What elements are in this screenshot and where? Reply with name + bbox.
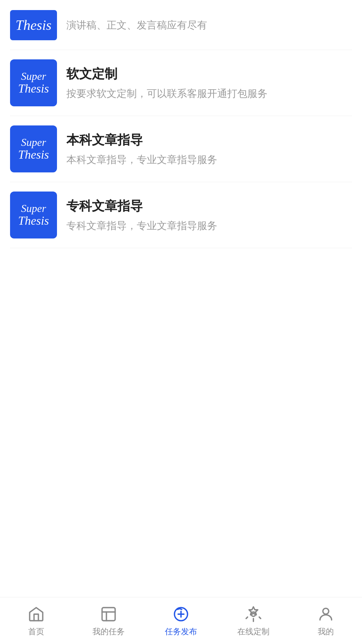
logo-thesis-3: Thesis [18,214,49,228]
item-content-2: 本科文章指导 本科文章指导，专业文章指导服务 [66,131,352,167]
nav-label-mine: 我的 [318,626,334,637]
nav-label-home: 首页 [28,626,44,637]
svg-point-3 [323,608,328,614]
logo-text-partial: Thesis [15,17,51,33]
bottom-nav: 首页 我的任务 任务发布 在 [0,597,362,644]
nav-label-task-publish: 任务发布 [165,626,197,637]
list-item-college[interactable]: Super Thesis 专科文章指导 专科文章指导，专业文章指导服务 [10,182,352,248]
logo-thesis-1: Thesis [18,82,49,96]
tasks-icon [99,605,118,624]
nav-item-task-publish[interactable]: 任务发布 [145,605,217,637]
svg-rect-0 [102,607,115,621]
home-icon [27,605,46,624]
mine-icon [316,605,335,624]
item-desc-2: 本科文章指导，专业文章指导服务 [66,153,352,167]
item-desc-3: 专科文章指导，专业文章指导服务 [66,219,352,233]
item-title-2: 本科文章指导 [66,131,352,149]
item-content-partial: 演讲稿、正文、发言稿应有尽有 [66,18,352,32]
nav-label-my-tasks: 我的任务 [93,626,125,637]
thesis-logo-partial: Thesis [10,10,57,40]
item-desc-partial: 演讲稿、正文、发言稿应有尽有 [66,18,352,32]
item-desc-1: 按要求软文定制，可以联系客服开通打包服务 [66,87,352,101]
custom-icon [244,605,263,624]
nav-label-online-custom: 在线定制 [237,626,269,637]
super-thesis-logo-2: Super Thesis [10,125,57,172]
list-item[interactable]: Thesis 演讲稿、正文、发言稿应有尽有 [10,7,352,50]
super-thesis-logo-1: Super Thesis [10,59,57,106]
logo-super-1: Super [21,70,46,82]
main-content: Thesis 演讲稿、正文、发言稿应有尽有 Super Thesis 软文定制 … [0,0,362,302]
logo-thesis-2: Thesis [18,148,49,162]
list-item-soft-article[interactable]: Super Thesis 软文定制 按要求软文定制，可以联系客服开通打包服务 [10,50,352,116]
nav-item-online-custom[interactable]: 在线定制 [217,605,290,637]
item-title-3: 专科文章指导 [66,198,352,215]
nav-item-my-tasks[interactable]: 我的任务 [72,605,145,637]
list-item-undergrad[interactable]: Super Thesis 本科文章指导 本科文章指导，专业文章指导服务 [10,116,352,182]
logo-super-3: Super [21,203,46,214]
item-content-3: 专科文章指导 专科文章指导，专业文章指导服务 [66,198,352,233]
publish-icon [172,605,190,624]
nav-item-home[interactable]: 首页 [0,605,72,637]
item-content-1: 软文定制 按要求软文定制，可以联系客服开通打包服务 [66,65,352,101]
logo-super-2: Super [21,137,46,148]
super-thesis-logo-3: Super Thesis [10,192,57,238]
item-title-1: 软文定制 [66,65,352,83]
nav-item-mine[interactable]: 我的 [290,605,362,637]
